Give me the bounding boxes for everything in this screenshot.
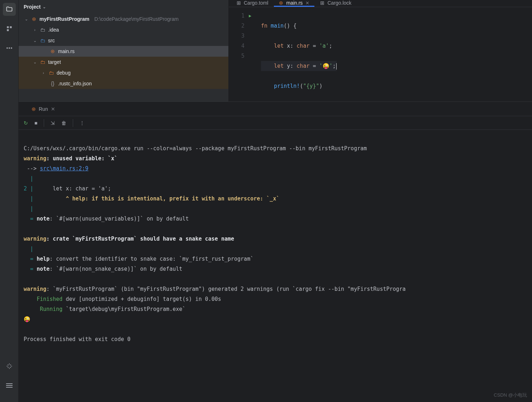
left-toolbar: [0, 0, 19, 402]
project-panel: Project ⌄ ⌄ ⊛ myFirstRustProgram D:\code…: [19, 0, 229, 101]
source-link[interactable]: src\main.rs:2:9: [40, 165, 88, 172]
more-icon[interactable]: [3, 42, 16, 55]
chevron-down-icon: ⌄: [32, 38, 37, 43]
project-panel-header[interactable]: Project ⌄: [19, 0, 228, 14]
close-icon[interactable]: ✕: [51, 106, 55, 112]
toml-icon: ⊞: [237, 0, 241, 6]
tree-node-main-rs[interactable]: ⊛ main.rs: [19, 46, 228, 57]
rust-icon: ⊛: [49, 48, 56, 54]
project-tree: ⌄ ⊛ myFirstRustProgram D:\codePackage\my…: [19, 14, 228, 101]
trash-icon[interactable]: 🗑: [61, 120, 66, 126]
tree-node-rustc-info[interactable]: {} .rustc_info.json: [19, 78, 228, 89]
tab-cargo-toml[interactable]: ⊞ Cargo.toml: [232, 0, 273, 7]
structure-icon[interactable]: [3, 22, 16, 35]
run-icon[interactable]: ▶: [249, 11, 257, 21]
separator: [73, 119, 73, 127]
folder-icon: 🗀: [39, 27, 46, 33]
tool-window-toolbar: ↻ ■ ⇲ 🗑 ⋮: [19, 116, 532, 130]
folder-icon[interactable]: [3, 3, 16, 16]
chevron-down-icon: ⌄: [32, 60, 37, 65]
close-icon[interactable]: ✕: [305, 0, 309, 6]
tree-node-target[interactable]: ⌄ 🗀 target: [19, 57, 228, 67]
menu-icon[interactable]: [3, 379, 16, 392]
separator: [44, 119, 44, 127]
chevron-down-icon: ⌄: [24, 17, 29, 22]
tree-root[interactable]: ⌄ ⊛ myFirstRustProgram D:\codePackage\my…: [19, 14, 228, 24]
tab-main-rs[interactable]: ⊛ main.rs ✕: [274, 0, 314, 7]
folder-icon: 🗀: [48, 70, 54, 76]
svg-point-3: [6, 47, 8, 49]
svg-point-5: [11, 47, 12, 49]
svg-rect-1: [10, 26, 11, 28]
project-panel-title: Project: [24, 4, 41, 10]
build-icon[interactable]: [3, 360, 16, 373]
svg-rect-0: [7, 26, 9, 28]
scroll-icon[interactable]: ⇲: [51, 120, 55, 126]
editor-tabs: ⊞ Cargo.toml ⊛ main.rs ✕ ⊞ Cargo.lock: [229, 0, 532, 7]
tree-node-debug[interactable]: › 🗀 debug: [19, 67, 228, 78]
folder-icon: 🗀: [39, 59, 46, 65]
tree-root-path: D:\codePackage\myFirstRustProgram: [94, 16, 179, 22]
tab-run-config[interactable]: ⊛ Run ✕: [32, 106, 55, 112]
lock-icon: ⊞: [320, 0, 324, 6]
editor-area: ⊞ Cargo.toml ⊛ main.rs ✕ ⊞ Cargo.lock: [229, 0, 532, 101]
tree-node-src[interactable]: ⌄ 🗀 src: [19, 35, 228, 46]
chevron-right-icon: ›: [41, 71, 46, 75]
more-icon[interactable]: ⋮: [80, 120, 85, 126]
tab-cargo-lock[interactable]: ⊞ Cargo.lock: [315, 0, 356, 7]
tool-window-tabs: ⊛ Run ✕: [19, 102, 532, 116]
svg-rect-2: [7, 29, 9, 31]
tree-root-label: myFirstRustProgram: [39, 16, 89, 22]
rust-icon: ⊛: [279, 0, 283, 6]
svg-point-4: [9, 47, 10, 49]
watermark: CSDN @小电玩: [494, 392, 527, 398]
console-output[interactable]: C:/Users/wxs/.cargo/bin/cargo.exe run --…: [19, 130, 532, 402]
run-tool-window: ⊛ Run ✕ ↻ ■ ⇲ 🗑 ⋮ C:/Users/wxs/.cargo/bi…: [19, 101, 532, 402]
chevron-right-icon: ›: [32, 28, 37, 32]
tree-node-idea[interactable]: › 🗀 .idea: [19, 24, 228, 35]
folder-icon: 🗀: [39, 38, 46, 43]
rust-icon: ⊛: [32, 106, 36, 112]
rust-icon: ⊛: [31, 16, 37, 22]
chevron-down-icon: ⌄: [43, 5, 46, 9]
stop-icon[interactable]: ■: [34, 120, 37, 126]
rerun-icon[interactable]: ↻: [24, 120, 28, 126]
json-icon: {}: [49, 81, 56, 86]
